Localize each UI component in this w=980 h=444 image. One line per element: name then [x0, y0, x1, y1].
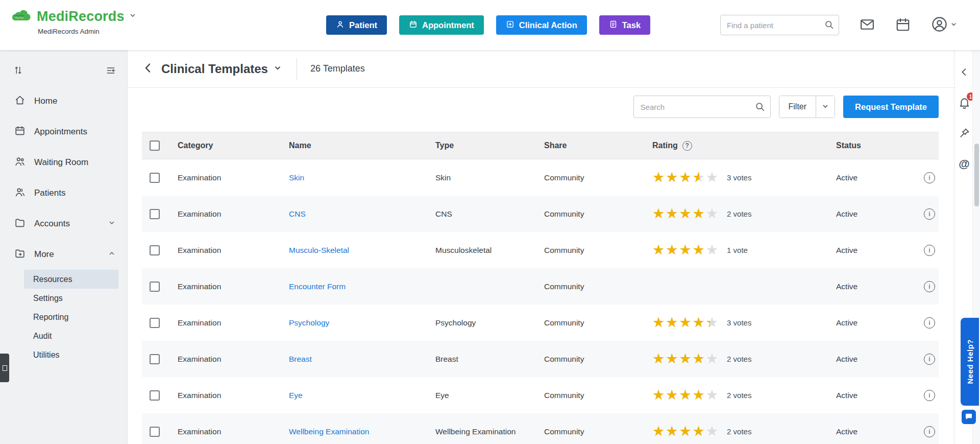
search-icon[interactable] [824, 19, 835, 32]
appointment-button[interactable]: Appointment [399, 15, 484, 35]
row-checkbox[interactable] [150, 390, 160, 401]
request-template-button[interactable]: Request Template [843, 96, 939, 118]
appointment-button-label: Appointment [422, 20, 474, 30]
chevron-down-icon [821, 102, 829, 112]
sidebar-item-audit[interactable]: Audit [24, 326, 118, 345]
template-name-link[interactable]: Psychology [289, 318, 329, 328]
row-share: Community [544, 318, 652, 328]
template-name-link[interactable]: Skin [289, 173, 304, 182]
expand-panel-button[interactable] [959, 66, 970, 79]
find-patient-search [720, 15, 839, 35]
select-all-checkbox[interactable] [150, 141, 160, 151]
rating-stars: ★★★★★★★★★★ [652, 388, 719, 402]
top-bar: MediRecords MediRecords Admin Patient Ap… [0, 0, 980, 50]
filter-dropdown-button[interactable] [816, 96, 835, 118]
row-rating: ★★★★★★★★★★2 votes [652, 207, 836, 221]
row-checkbox[interactable] [150, 245, 160, 255]
info-icon[interactable]: i [924, 172, 935, 183]
template-name-link[interactable]: CNS [289, 209, 306, 219]
table-search [633, 96, 771, 118]
sidebar-collapse-button[interactable] [106, 65, 116, 77]
sidebar-item-settings[interactable]: Settings [24, 289, 118, 308]
row-rating: ★★★★★★★★★★2 votes [652, 352, 836, 366]
info-icon[interactable]: i [924, 390, 935, 401]
mentions-button[interactable]: @ [959, 157, 969, 171]
page-title-dropdown[interactable]: Clinical Templates [161, 62, 282, 76]
template-name-link[interactable]: Breast [289, 355, 312, 364]
sidebar-item-patients[interactable]: Patients [0, 178, 127, 208]
patient-button[interactable]: Patient [326, 15, 387, 35]
page-title: Clinical Templates [161, 62, 268, 76]
template-name-link[interactable]: Musculo-Skeletal [289, 246, 349, 255]
row-checkbox[interactable] [150, 427, 160, 437]
row-rating: ★★★★★★★★★★3 votes [652, 171, 836, 184]
row-checkbox[interactable] [150, 173, 160, 183]
find-patient-input[interactable] [720, 15, 839, 35]
task-button[interactable]: Task [599, 15, 650, 35]
row-category: Examination [178, 209, 289, 219]
brand-menu[interactable]: MediRecords MediRecords Admin [8, 7, 137, 35]
back-button[interactable] [142, 62, 154, 76]
info-icon[interactable]: i [924, 208, 935, 220]
sidebar-item-more[interactable]: More [0, 239, 127, 270]
info-icon[interactable]: i [924, 317, 935, 329]
feedback-tab[interactable] [0, 354, 9, 382]
scrollbar-thumb[interactable] [974, 144, 979, 206]
rating-help-icon[interactable]: ? [682, 141, 692, 151]
bell-icon [958, 103, 971, 110]
row-checkbox[interactable] [150, 354, 160, 364]
row-rating: ★★★★★★★★★★3 votes [652, 316, 836, 330]
calendar-button[interactable] [895, 17, 911, 34]
search-icon[interactable] [754, 101, 766, 114]
row-checkbox[interactable] [150, 209, 160, 219]
row-category: Examination [178, 246, 289, 255]
column-header-category: Category [178, 141, 289, 150]
sidebar-item-resources[interactable]: Resources [24, 270, 118, 289]
sidebar-item-appointments[interactable]: Appointments [0, 116, 127, 147]
sidebar-item-waiting-room[interactable]: Waiting Room [0, 147, 127, 178]
row-checkbox[interactable] [150, 282, 160, 292]
sidebar-item-reporting[interactable]: Reporting [24, 308, 118, 326]
template-name-link[interactable]: Encounter Form [289, 282, 346, 291]
row-share: Community [544, 355, 652, 364]
table-row: ExaminationSkinSkinCommunity★★★★★★★★★★3 … [142, 159, 939, 196]
sidebar-item-utilities[interactable]: Utilities [24, 345, 118, 364]
brand-chevron-down-icon [129, 11, 137, 21]
info-icon[interactable]: i [924, 245, 935, 256]
sidebar-item-label: Accounts [34, 219, 70, 229]
row-share: Community [544, 173, 652, 182]
rating-votes: 3 votes [727, 173, 751, 182]
need-help-tab[interactable]: Need Help? [961, 318, 979, 406]
template-name-link[interactable]: Wellbeing Examination [289, 427, 369, 436]
chat-widget-button[interactable] [962, 410, 976, 424]
info-icon[interactable]: i [924, 281, 935, 292]
row-status: Active [836, 209, 920, 219]
feedback-icon [3, 365, 7, 371]
table-search-input[interactable] [633, 96, 771, 118]
sidebar-item-accounts[interactable]: Accounts [0, 208, 127, 239]
medirecords-logo-icon [8, 7, 33, 26]
pin-button[interactable] [959, 127, 970, 141]
sidebar-item-home[interactable]: Home [0, 86, 127, 116]
chevron-left-icon [959, 72, 970, 79]
row-rating: ★★★★★★★★★★2 votes [652, 425, 836, 438]
table-row: ExaminationCNSCNSCommunity★★★★★★★★★★2 vo… [142, 196, 939, 232]
clinical-action-button[interactable]: Clinical Action [496, 15, 587, 35]
column-header-share: Share [544, 141, 652, 150]
notifications-button[interactable]: 1 [958, 96, 971, 110]
row-status: Active [836, 427, 920, 436]
row-checkbox[interactable] [150, 318, 160, 328]
filter-button[interactable]: Filter [779, 96, 816, 118]
clinical-action-button-label: Clinical Action [519, 20, 577, 30]
row-category: Examination [178, 173, 289, 182]
info-icon[interactable]: i [924, 354, 935, 365]
table-row: ExaminationWellbeing ExaminationWellbein… [142, 413, 939, 444]
profile-menu-button[interactable] [931, 16, 958, 34]
rating-votes: 2 votes [727, 427, 751, 436]
messages-button[interactable] [860, 17, 875, 34]
rating-votes: 2 votes [727, 209, 751, 218]
sidebar-resize-button[interactable] [13, 65, 23, 77]
template-name-link[interactable]: Eye [289, 391, 303, 400]
table-row: ExaminationBreastBreastCommunity★★★★★★★★… [142, 341, 939, 377]
info-icon[interactable]: i [924, 426, 935, 437]
